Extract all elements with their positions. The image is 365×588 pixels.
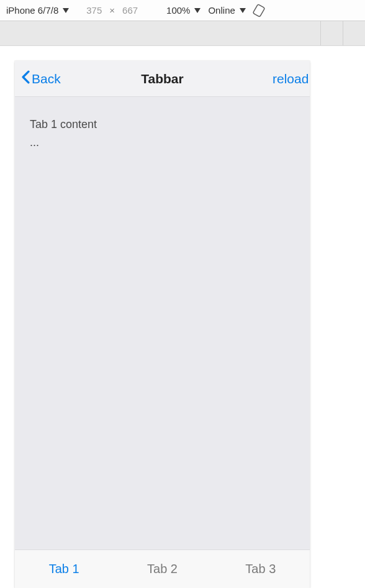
devtools-toolbar: iPhone 6/7/8 375 × 667 100% Online bbox=[0, 0, 365, 21]
device-select-label: iPhone 6/7/8 bbox=[6, 5, 58, 16]
network-select[interactable]: Online bbox=[208, 5, 245, 16]
tab-label: Tab 3 bbox=[245, 562, 276, 576]
content-line: Tab 1 content bbox=[30, 116, 295, 134]
zoom-select[interactable]: 100% bbox=[166, 5, 201, 16]
svg-rect-0 bbox=[253, 4, 264, 17]
back-button[interactable]: Back bbox=[15, 70, 61, 87]
dimension-separator: × bbox=[109, 5, 115, 16]
secondary-toolbar bbox=[0, 21, 365, 46]
tabbar: Tab 1 Tab 2 Tab 3 bbox=[15, 549, 310, 588]
viewport-width[interactable]: 375 bbox=[86, 5, 102, 16]
zoom-label: 100% bbox=[166, 5, 190, 16]
tab-2[interactable]: Tab 2 bbox=[113, 550, 211, 588]
content-line: ... bbox=[30, 134, 295, 152]
device-select[interactable]: iPhone 6/7/8 bbox=[6, 5, 69, 16]
rotate-device-button[interactable] bbox=[252, 4, 266, 17]
caret-down-icon bbox=[63, 8, 69, 13]
reload-button[interactable]: reload bbox=[273, 71, 310, 86]
navigation-bar: Back Tabbar reload bbox=[15, 61, 310, 97]
tab-1[interactable]: Tab 1 bbox=[15, 550, 113, 588]
caret-down-icon bbox=[240, 8, 246, 13]
reload-label: reload bbox=[273, 71, 309, 86]
chevron-left-icon bbox=[21, 70, 30, 87]
tab-label: Tab 2 bbox=[147, 562, 178, 576]
device-frame: Back Tabbar reload Tab 1 content ... Tab… bbox=[15, 61, 310, 588]
caret-down-icon bbox=[194, 8, 201, 13]
device-canvas: Back Tabbar reload Tab 1 content ... Tab… bbox=[0, 46, 365, 588]
viewport-height[interactable]: 667 bbox=[122, 5, 138, 16]
network-label: Online bbox=[208, 5, 235, 16]
tab-3[interactable]: Tab 3 bbox=[212, 550, 310, 588]
viewport-dimensions: 375 × 667 bbox=[86, 5, 138, 16]
back-label: Back bbox=[32, 71, 61, 86]
tab-label: Tab 1 bbox=[49, 562, 79, 576]
tab-content: Tab 1 content ... bbox=[15, 97, 310, 549]
toolbar-slot[interactable] bbox=[343, 21, 365, 45]
toolbar-slot[interactable] bbox=[320, 21, 343, 45]
